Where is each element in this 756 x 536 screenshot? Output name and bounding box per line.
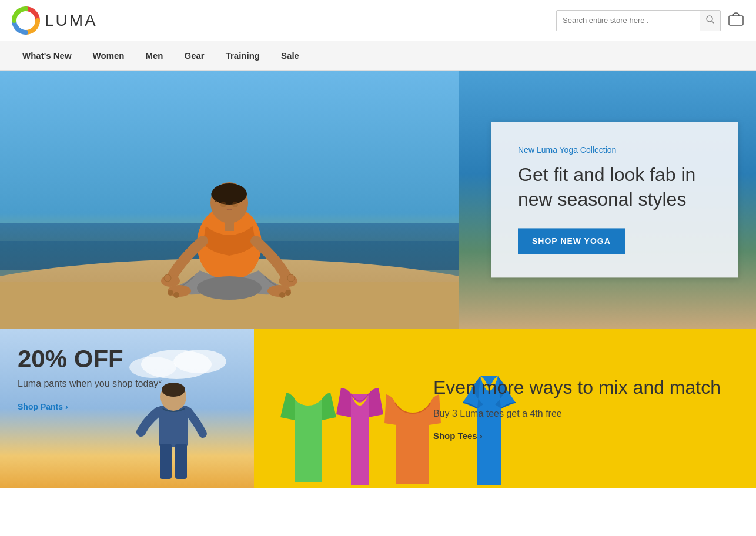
svg-point-25 [279, 292, 285, 298]
banner-left-content: 20% OFF Luma pants when you shop today* … [18, 347, 162, 412]
search-input[interactable] [557, 11, 700, 31]
logo-area[interactable]: LUMA [12, 6, 98, 35]
header: LUMA [0, 0, 756, 41]
shop-pants-link[interactable]: Shop Pants [18, 402, 68, 411]
nav-item-training[interactable]: Training [215, 41, 270, 71]
banner-tees-subtitle: Buy 3 Luma tees get a 4th free [433, 408, 721, 419]
main-nav: What's New Women Men Gear Training Sale [0, 41, 756, 71]
svg-rect-34 [175, 444, 187, 479]
banner-right-content: Even more ways to mix and match Buy 3 Lu… [433, 376, 721, 441]
nav-item-sale[interactable]: Sale [270, 41, 310, 71]
search-icon [706, 15, 714, 25]
header-right [556, 10, 744, 31]
svg-rect-33 [160, 444, 172, 479]
nav-item-women[interactable]: Women [82, 41, 135, 71]
svg-point-11 [212, 183, 247, 205]
search-button[interactable] [700, 11, 720, 31]
svg-point-28 [173, 350, 226, 373]
search-box[interactable] [556, 10, 721, 31]
bottom-banners: 20% OFF Luma pants when you shop today* … [0, 329, 756, 488]
tee-purple [330, 385, 389, 488]
svg-rect-12 [225, 220, 234, 231]
luma-logo-icon [12, 6, 40, 35]
hero-subtitle: New Luma Yoga Collection [518, 145, 712, 155]
svg-point-19 [197, 276, 262, 300]
svg-line-2 [712, 21, 714, 23]
svg-point-32 [162, 383, 185, 397]
svg-point-17 [164, 274, 171, 282]
svg-point-18 [287, 274, 295, 282]
banner-discount-title: 20% OFF [18, 347, 162, 371]
shop-new-yoga-button[interactable]: Shop New Yoga [518, 229, 625, 254]
hero-card: New Luma Yoga Collection Get fit and loo… [491, 122, 738, 277]
banner-tees: Even more ways to mix and match Buy 3 Lu… [254, 329, 756, 488]
cart-icon [728, 11, 744, 28]
nav-item-men[interactable]: Men [135, 41, 173, 71]
banner-pants: 20% OFF Luma pants when you shop today* … [0, 329, 254, 488]
banner-pants-subtitle: Luma pants when you shop today* [18, 377, 162, 390]
hero-title: Get fit and look fab in new seasonal sty… [518, 163, 712, 212]
nav-item-whats-new[interactable]: What's New [12, 41, 82, 71]
shop-tees-link[interactable]: Shop Tees [433, 431, 483, 441]
hero-banner: New Luma Yoga Collection Get fit and loo… [0, 71, 756, 329]
nav-item-gear[interactable]: Gear [173, 41, 215, 71]
hero-image [0, 71, 459, 329]
cart-button[interactable] [728, 11, 744, 30]
banner-tees-title: Even more ways to mix and match [433, 376, 721, 400]
logo-text: LUMA [45, 11, 98, 30]
svg-point-22 [168, 290, 173, 296]
svg-rect-3 [729, 16, 743, 25]
svg-point-24 [285, 290, 291, 296]
svg-point-23 [173, 292, 179, 298]
